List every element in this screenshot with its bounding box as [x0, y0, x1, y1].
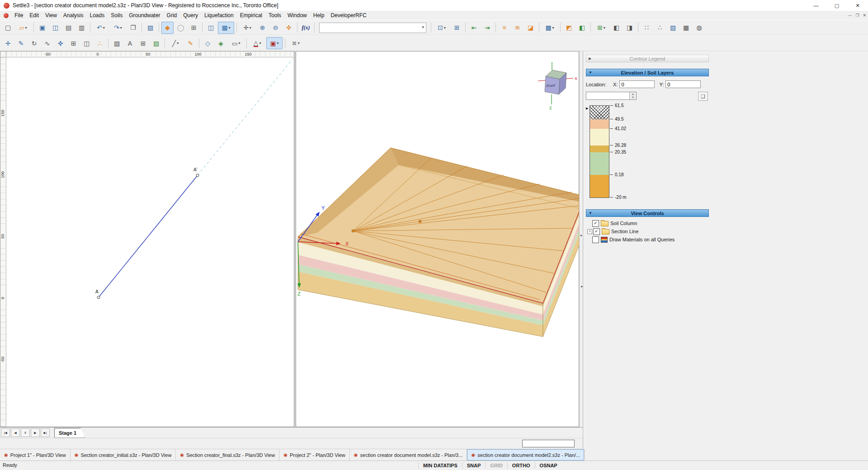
mdi-restore-button[interactable]: ❐: [855, 13, 859, 18]
insert-column-right-button[interactable]: ◨: [623, 22, 636, 34]
add-soil-region-button[interactable]: ⊡▾: [434, 22, 450, 34]
insert-stage-after-button[interactable]: ⇥: [481, 22, 493, 34]
document-tab-active[interactable]: ◉section creator document model2.s3z - P…: [467, 449, 585, 461]
menu-empirical[interactable]: Empirical: [237, 11, 265, 19]
zoom-out-button[interactable]: ⊖: [269, 22, 282, 34]
first-stage-button[interactable]: |◀: [1, 428, 10, 437]
menu-edit[interactable]: Edit: [26, 11, 42, 19]
mesh-dots-button[interactable]: ∷: [641, 22, 653, 34]
status-toggle-ortho[interactable]: ORTHO: [507, 462, 535, 469]
query-point-marker[interactable]: [419, 221, 421, 223]
add-query-point-button[interactable]: ✛: [2, 37, 14, 49]
material-assign-button[interactable]: ◧: [576, 22, 588, 34]
hatch-region-button[interactable]: ▨: [667, 22, 679, 34]
draw-polygon-button[interactable]: ◇: [202, 37, 214, 49]
view-3d-panel[interactable]: Y X Z Front X Z: [296, 51, 579, 427]
paste-button[interactable]: ▨: [144, 22, 156, 34]
view-control-draw-materials-on-all-queries[interactable]: Draw Materials on all Queries: [587, 235, 709, 244]
document-tab[interactable]: ◉Section creator_initial.s3z - Plan/3D V…: [71, 449, 176, 461]
menu-grid[interactable]: Grid: [164, 11, 180, 19]
menu-soils[interactable]: Soils: [108, 11, 126, 19]
status-toggle-min-datatips[interactable]: MIN DATATIPS: [418, 462, 462, 469]
draw-hexagon-button[interactable]: ◈: [215, 37, 227, 49]
view-control-soil-column[interactable]: ✓Soil Column: [587, 219, 709, 227]
contour-sphere-button[interactable]: ◍: [693, 22, 705, 34]
line-style-button[interactable]: ╱▾: [167, 37, 184, 49]
mesh-dots-dense-button[interactable]: ∴: [654, 22, 666, 34]
section-point-a[interactable]: [97, 296, 100, 299]
menu-analysis[interactable]: Analysis: [60, 11, 87, 19]
elevation-soil-layers-header[interactable]: ▼ Elevation / Soil Layers: [586, 69, 709, 76]
next-stage-button[interactable]: ▶: [31, 428, 40, 437]
function-button[interactable]: f(x): [300, 22, 312, 34]
menu-query[interactable]: Query: [180, 11, 201, 19]
menu-help[interactable]: Help: [310, 11, 328, 19]
document-tab[interactable]: ◉section creator document model.s3z - Pl…: [350, 449, 467, 461]
insert-column-left-button[interactable]: ◧: [610, 22, 623, 34]
stage-grid-button[interactable]: #: [21, 428, 30, 437]
add-text-button[interactable]: A: [124, 37, 136, 49]
status-toggle-grid[interactable]: GRID: [485, 462, 507, 469]
zoom-extents-button[interactable]: ✛▾: [239, 22, 255, 34]
copy-button[interactable]: ❐: [127, 22, 139, 34]
menu-loads[interactable]: Loads: [87, 11, 108, 19]
print-button[interactable]: ▤: [62, 22, 75, 34]
checkbox[interactable]: [592, 236, 599, 243]
toolbar-dropdown[interactable]: ▾: [319, 23, 426, 33]
menu-tools[interactable]: Tools: [265, 11, 284, 19]
add-image-button[interactable]: ▧: [111, 37, 123, 49]
view-controls-header[interactable]: ▼ View Controls: [586, 209, 709, 217]
maximize-button[interactable]: ▢: [826, 0, 847, 11]
page-preview-button[interactable]: ◫: [49, 22, 61, 34]
view-control-section-line[interactable]: +✓Section Line: [587, 227, 709, 235]
marker-style-button[interactable]: △▾: [249, 37, 265, 49]
expand-icon[interactable]: +: [587, 229, 592, 234]
status-toggle-snap[interactable]: SNAP: [462, 462, 486, 469]
field-stress-button[interactable]: ▩▾: [542, 22, 558, 34]
elevation-spinner[interactable]: ▲▼: [586, 92, 637, 100]
add-table-button[interactable]: ⊞: [137, 37, 149, 49]
ellipse-tool-button[interactable]: ◯: [175, 22, 187, 34]
delete-tool-button[interactable]: ✖▾: [288, 37, 304, 49]
document-tab[interactable]: ◉Project 1" - Plan/3D View: [0, 449, 71, 461]
plan-view-canvas[interactable]: A A': [6, 57, 294, 427]
menu-window[interactable]: Window: [284, 11, 310, 19]
print-layout-button[interactable]: ▥: [75, 22, 88, 34]
menu-file[interactable]: File: [11, 11, 26, 19]
sidebar-splitter[interactable]: ▸ ◂: [579, 51, 583, 427]
align-tools-button[interactable]: ⊞: [67, 37, 80, 49]
stage-tab[interactable]: Stage 1: [54, 428, 85, 438]
mdi-close-button[interactable]: ✕: [863, 13, 866, 18]
contour-legend-header[interactable]: ▶ Contour Legend: [586, 55, 709, 62]
menu-liquefaction[interactable]: Liquefaction: [201, 11, 237, 19]
materials-button[interactable]: ◩: [563, 22, 575, 34]
mdi-minimize-button[interactable]: —: [848, 13, 852, 18]
section-creator-button[interactable]: ▣▾: [266, 37, 283, 49]
soil-layers-table-button[interactable]: ⊞▾: [593, 22, 609, 34]
fill-soil-button[interactable]: ◪: [524, 22, 537, 34]
previous-stage-button[interactable]: ◀: [11, 428, 20, 437]
query-colors-button[interactable]: ∴: [94, 37, 106, 49]
soil-region-button[interactable]: ⊞: [451, 22, 463, 34]
zoom-in-button[interactable]: ⊕: [256, 22, 269, 34]
open-file-button[interactable]: ▱▾: [15, 22, 31, 34]
document-tab[interactable]: ◉Section creator_final.s3z - Plan/3D Vie…: [176, 449, 279, 461]
data-grid-button[interactable]: ⊞: [188, 22, 200, 34]
split-view-button[interactable]: ◫: [205, 22, 217, 34]
section-point-a-prime[interactable]: [196, 174, 199, 177]
graph-query-button[interactable]: ∿: [41, 37, 53, 49]
status-toggle-osnap[interactable]: OSNAP: [535, 462, 562, 469]
insert-stage-before-button[interactable]: ⇤: [468, 22, 480, 34]
location-x-input[interactable]: [619, 80, 655, 88]
save-file-button[interactable]: ▣: [36, 22, 48, 34]
new-file-button[interactable]: ▢: [2, 22, 14, 34]
soil-block-3d[interactable]: [298, 148, 579, 337]
view-cube[interactable]: Front X Z: [538, 62, 577, 110]
show-values-button[interactable]: ◫: [80, 37, 93, 49]
minimize-button[interactable]: —: [806, 0, 826, 11]
menu-view[interactable]: View: [42, 11, 60, 19]
menu-groundwater[interactable]: Groundwater: [126, 11, 163, 19]
undo-button[interactable]: ↶▾: [93, 22, 109, 34]
quick-entry-input[interactable]: [522, 440, 575, 447]
add-picture-button[interactable]: ▨: [150, 37, 162, 49]
